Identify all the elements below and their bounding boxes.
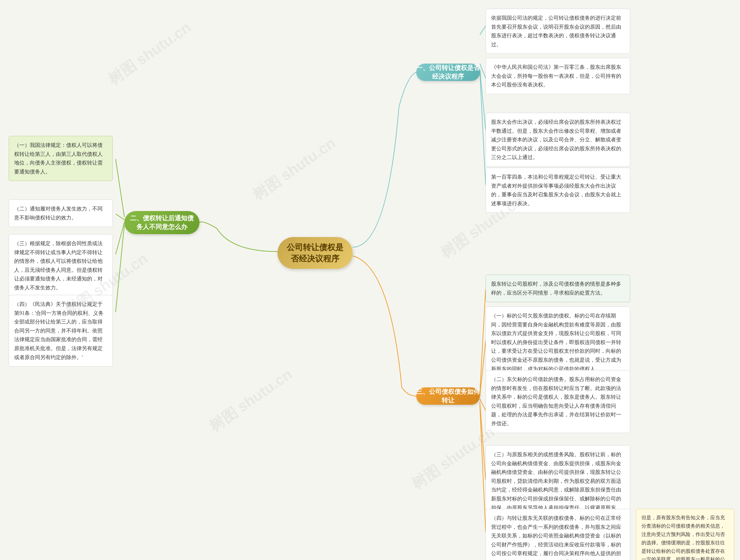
text-box-br2: （二）东欠标的公司借款的债务。股东占用标的公司资金的情形时有发生，但在股权转让时…	[486, 370, 630, 433]
text-br4-content: （四）与转让股东无关联的债权债务。标的公司在正常经营过程中，也会产生一系列的债权…	[491, 515, 621, 560]
branch1-label: 一、公司转让债权是否经决议程序	[416, 64, 480, 81]
svg-line-10	[480, 399, 486, 410]
text-box-l1: （一）我国法律规定：债权人可以将债权转让给第三人，由第三人取代债权人地位，向债务…	[9, 136, 113, 181]
svg-line-0	[480, 26, 486, 35]
watermark-6: 树图 shutu.cn	[407, 422, 499, 494]
text-l2-content: （二）通知履对债务人发生效力，不同意不影响债权转让的效力。	[14, 206, 103, 220]
text-box-l3: （三）根据规定，除根据合同性质或法律规定不得转让或当事人约定不得转让的情形外，债…	[9, 234, 113, 297]
text-box-tr1: 依据我国公司法的规定，公司转让债权债务的进行决定前首先要召开股东会议，说明召开股…	[486, 9, 630, 54]
svg-line-5	[116, 214, 124, 220]
text-br2-content: （二）东欠标的公司借款的债务。股东占用标的公司资金的情形时有发生，但在股权转让时…	[491, 376, 621, 427]
svg-line-3	[480, 72, 486, 185]
svg-line-7	[116, 225, 124, 312]
svg-line-1	[480, 64, 486, 78]
text-l1-content: （一）我国法律规定：债权人可以将债权转让给第三人，由第三人取代债权人地位，向债务…	[14, 142, 103, 175]
watermark-1: 树图 shutu.cn	[104, 17, 195, 90]
text-box-l2: （二）通知履对债务人发生效力，不同意不影响债权转让的效力。	[9, 199, 113, 227]
branch-node-1: 一、公司转让债权是否经决议程序	[416, 64, 480, 81]
text-box-br1: （一）标的公司欠股东债款的债权。标的公司在存续期间，因经营需要自身向金融机构货款…	[486, 306, 630, 378]
svg-line-2	[480, 69, 486, 130]
watermark-4: 树图 shutu.cn	[205, 364, 296, 437]
text-box-tr3: 股东大会作出决议，必须经出席会议的股东所持表决权过半数通过。但是，股东大会作出修…	[486, 113, 630, 167]
text-box-l4: （四）《民法典》关于债权转让规定于第91条：'合同一方将合同的权利、义务全部或部…	[9, 295, 113, 367]
branch3-label: 三、公司债权债务如何转让	[416, 387, 480, 405]
text-br-note-content: 但是，原有股东负有告知义务，应当充分查清标的公司债权债务的相关信息，注意向受让方…	[641, 515, 725, 560]
svg-line-11	[480, 402, 486, 480]
text-tr3-content: 股东大会作出决议，必须经出席会议的股东所持表决权过半数通过。但是，股东大会作出修…	[491, 119, 621, 160]
text-tr4-content: 第一百零四条，本法和公司章程规定公司转让、受让重大资产或者对外提供担保等事项必须…	[491, 174, 621, 206]
branch2-label: 二、债权转让后通知债务人不同意怎么办	[129, 214, 195, 231]
text-br-intro-content: 股东转让公司股权时，涉及公司债权债务的情形是多种多样的，应当区分不同情形，寻求相…	[491, 281, 621, 296]
branch-node-3: 三、公司债权债务如何转让	[416, 387, 480, 405]
center-node-label: 公司转让债权是否经决议程序	[283, 242, 347, 264]
text-l4-content: （四）《民法典》关于债权转让规定于第91条：'合同一方将合同的权利、义务全部或部…	[14, 301, 103, 360]
text-box-br4: （四）与转让股东无关联的债权债务。标的公司在正常经营过程中，也会产生一系列的债权…	[486, 509, 630, 560]
svg-line-9	[480, 341, 486, 396]
text-br1-content: （一）标的公司欠股东债款的债权。标的公司在存续期间，因经营需要自身向金融机构货款…	[491, 313, 621, 372]
text-box-tr4: 第一百零四条，本法和公司章程规定公司转让、受让重大资产或者对外提供担保等事项必须…	[486, 168, 630, 213]
svg-line-6	[116, 222, 124, 255]
svg-line-12	[480, 405, 486, 532]
svg-line-4	[116, 159, 124, 217]
watermark-2: 树图 shutu.cn	[249, 133, 340, 205]
center-node: 公司转让债权是否经决议程序	[278, 237, 353, 269]
text-tr1-content: 依据我国公司法的规定，公司转让债权债务的进行决定前首先要召开股东会议，说明召开股…	[491, 15, 621, 48]
text-box-br-intro: 股东转让公司股权时，涉及公司债权债务的情形是多种多样的，应当区分不同情形，寻求相…	[486, 275, 630, 302]
text-box-br-note: 但是，原有股东负有告知义务，应当充分查清标的公司债权债务的相关信息，注意向受让方…	[636, 509, 734, 560]
text-tr2-content: 《中华人民共和国公司法》第一百零三条，股东出席股东大会会议，所持每一股份有一表决…	[491, 64, 621, 88]
text-box-tr2: 《中华人民共和国公司法》第一百零三条，股东出席股东大会会议，所持每一股份有一表决…	[486, 58, 630, 94]
text-l3-content: （三）根据规定，除根据合同性质或法律规定不得转让或当事人约定不得转让的情形外，债…	[14, 241, 103, 291]
branch-node-2: 二、债权转让后通知债务人不同意怎么办	[124, 211, 199, 234]
svg-line-8	[480, 289, 486, 393]
